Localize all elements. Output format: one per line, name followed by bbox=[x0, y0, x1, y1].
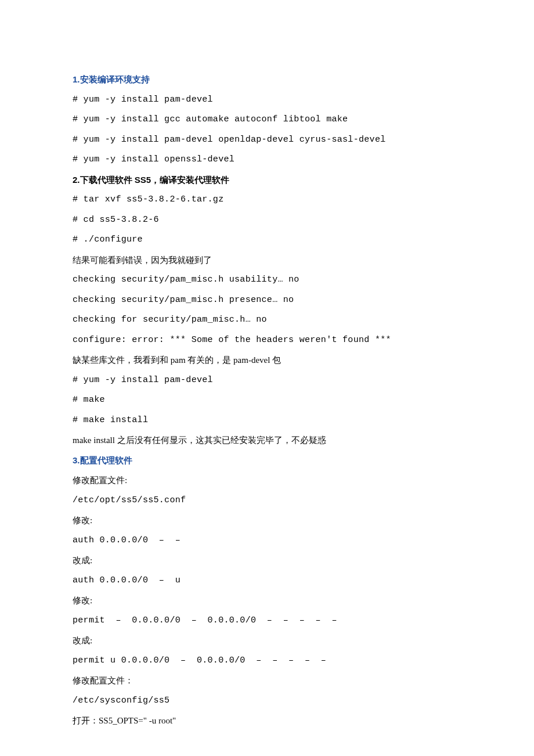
text-line: make install 之后没有任何显示，这其实已经安装完毕了，不必疑惑 bbox=[73, 430, 461, 451]
code-line: auth 0.0.0.0/0 – – bbox=[73, 531, 461, 551]
code-line: # cd ss5-3.8.2-6 bbox=[73, 210, 461, 231]
text-line: 改成: bbox=[73, 631, 461, 651]
code-line: # make bbox=[73, 390, 461, 411]
code-line: # tar xvf ss5-3.8.2-6.tar.gz bbox=[73, 190, 461, 210]
code-line: permit – 0.0.0.0/0 – 0.0.0.0/0 – – – – – bbox=[73, 611, 461, 631]
code-line: /etc/sysconfig/ss5 bbox=[73, 691, 461, 711]
code-line: checking for security/pam_misc.h… no bbox=[73, 310, 461, 330]
code-line: checking security/pam_misc.h presence… n… bbox=[73, 290, 461, 311]
text-line: 修改: bbox=[73, 510, 461, 531]
code-line: # yum -y install gcc automake autoconf l… bbox=[73, 110, 461, 130]
section-1-heading: 1.安装编译环境支持 bbox=[73, 70, 461, 90]
code-line: checking security/pam_misc.h usability… … bbox=[73, 270, 461, 290]
code-line: /etc/opt/ss5/ss5.conf bbox=[73, 491, 461, 511]
text-line: 修改: bbox=[73, 591, 461, 611]
text-line: 改成: bbox=[73, 550, 461, 571]
code-line: # yum -y install pam-devel bbox=[73, 370, 461, 391]
code-line: # yum -y install pam-devel bbox=[73, 90, 461, 110]
code-line: # make install bbox=[73, 411, 461, 431]
code-line: # yum -y install openssl-devel bbox=[73, 150, 461, 170]
text-line: 修改配置文件： bbox=[73, 671, 461, 691]
code-line: auth 0.0.0.0/0 – u bbox=[73, 571, 461, 591]
section-3-heading: 3.配置代理软件 bbox=[73, 451, 461, 471]
text-line: 修改配置文件: bbox=[73, 470, 461, 491]
code-line: # yum -y install pam-devel openldap-deve… bbox=[73, 130, 461, 150]
code-line: configure: error: *** Some of the header… bbox=[73, 330, 461, 351]
document-content: 1.安装编译环境支持 # yum -y install pam-devel # … bbox=[73, 70, 461, 731]
text-line: 结果可能看到错误，因为我就碰到了 bbox=[73, 250, 461, 271]
text-line: 打开：SS5_OPTS=" -u root" bbox=[73, 711, 461, 731]
section-2-heading: 2.下载代理软件 SS5，编译安装代理软件 bbox=[73, 170, 461, 190]
text-line: 缺某些库文件，我看到和 pam 有关的，是 pam-devel 包 bbox=[73, 350, 461, 370]
code-line: permit u 0.0.0.0/0 – 0.0.0.0/0 – – – – – bbox=[73, 651, 461, 671]
code-line: # ./configure bbox=[73, 230, 461, 250]
